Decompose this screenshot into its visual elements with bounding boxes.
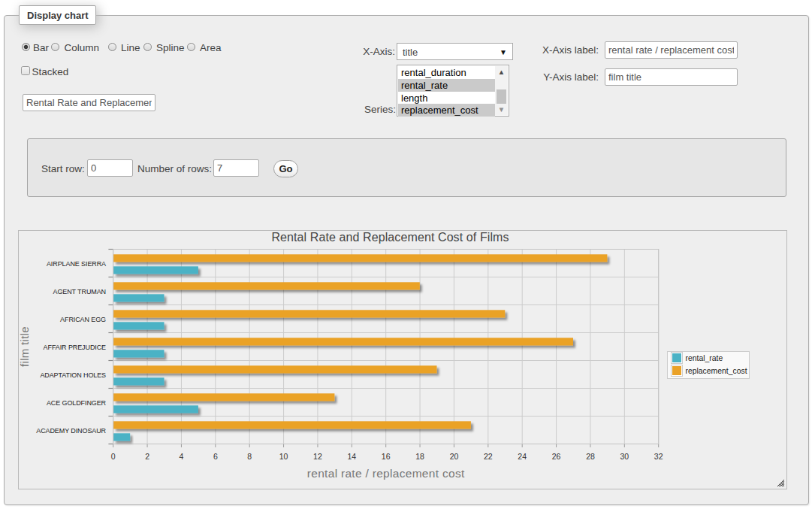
series-option-rental_duration[interactable]: rental_duration xyxy=(398,66,495,79)
scrollbar-thumb[interactable] xyxy=(497,89,506,105)
chart-type-label-area: Area xyxy=(200,42,222,53)
bar-replacement_cost xyxy=(113,421,471,429)
x-tick-label: 30 xyxy=(613,452,635,461)
x-axis-label-label: X-Axis label: xyxy=(524,44,599,56)
category-label: ACE GOLDFINGER xyxy=(19,399,106,407)
bar-replacement_cost xyxy=(113,254,607,262)
series-option-length[interactable]: length xyxy=(398,92,495,105)
x-tick-label: 0 xyxy=(102,452,125,461)
x-tick-label: 2 xyxy=(136,452,158,461)
y-axis-title: film title xyxy=(17,326,30,367)
x-tick-label: 24 xyxy=(511,452,533,461)
resize-handle-icon[interactable] xyxy=(777,480,784,486)
fieldset-legend: Display chart xyxy=(19,5,96,25)
legend-row: rental_rate xyxy=(671,352,747,365)
chart-type-radio-bar[interactable] xyxy=(22,43,30,51)
chart-title-input[interactable] xyxy=(23,94,155,111)
series-scrollbar[interactable]: ▲ ▼ xyxy=(495,66,508,115)
x-tick-label: 22 xyxy=(477,452,500,461)
scrollbar-up-arrow-icon[interactable]: ▲ xyxy=(495,66,508,77)
x-tick-label: 8 xyxy=(238,452,261,461)
stacked-label: Stacked xyxy=(32,66,69,77)
bar-replacement_cost xyxy=(113,365,436,373)
bar-replacement_cost xyxy=(113,393,334,401)
x-axis-label-input[interactable] xyxy=(605,41,738,59)
x-tick-label: 4 xyxy=(170,452,192,461)
category-label: ADAPTATION HOLES xyxy=(19,371,106,379)
bar-rental_rate xyxy=(113,433,130,441)
legend-row: replacement_cost xyxy=(671,365,747,377)
chart-type-radio-area[interactable] xyxy=(187,43,195,51)
x-tick-label: 10 xyxy=(273,452,295,461)
series-multiselect[interactable]: rental_durationrental_ratelengthreplacem… xyxy=(397,65,509,117)
chart-type-label-column: Column xyxy=(65,42,100,53)
x-tick-label: 26 xyxy=(545,452,568,461)
x-tick-label: 28 xyxy=(579,452,602,461)
bar-rental_rate xyxy=(113,405,198,413)
x-tick-label: 20 xyxy=(443,452,466,461)
x-axis-select-label: X-Axis: xyxy=(320,46,395,57)
chart-legend: rental_rate replacement_cost xyxy=(667,351,750,379)
y-axis-label-input[interactable] xyxy=(605,68,738,86)
x-axis-selected-value: title xyxy=(403,47,418,58)
go-button[interactable]: Go xyxy=(273,160,298,177)
page: Display chart BarColumnLineSplineArea St… xyxy=(0,0,812,512)
x-axis-select[interactable]: title ▼ xyxy=(397,43,513,60)
x-tick-label: 14 xyxy=(340,452,363,461)
num-rows-label: Number of rows: xyxy=(137,163,212,174)
start-row-input[interactable] xyxy=(87,159,133,177)
bar-rental_rate xyxy=(113,266,198,274)
stacked-checkbox[interactable] xyxy=(21,66,30,75)
legend-label: rental_rate xyxy=(686,354,723,362)
chart-type-radio-line[interactable] xyxy=(108,43,116,51)
series-option-replacement_cost[interactable]: replacement_cost xyxy=(398,104,495,117)
chart-type-label-bar: Bar xyxy=(33,42,49,53)
bar-rental_rate xyxy=(113,294,164,301)
category-label: AFRICAN EGG xyxy=(19,316,106,323)
x-tick-label: 32 xyxy=(647,452,670,461)
legend-swatch xyxy=(671,352,683,364)
category-label: AIRPLANE SIERRA xyxy=(19,260,106,268)
category-label: AGENT TRUMAN xyxy=(19,288,106,295)
chart-type-radio-spline[interactable] xyxy=(143,43,152,51)
scrollbar-down-arrow-icon[interactable]: ▼ xyxy=(495,104,508,115)
start-row-label: Start row: xyxy=(41,163,85,174)
series-option-rental_rate[interactable]: rental_rate xyxy=(398,79,495,92)
chart-type-label-line: Line xyxy=(121,42,140,53)
x-axis-title: rental rate / replacement cost xyxy=(273,467,499,480)
num-rows-input[interactable] xyxy=(213,159,259,177)
bar-rental_rate xyxy=(113,350,164,357)
select-dropdown-arrow-icon: ▼ xyxy=(500,48,507,56)
chart-type-label-spline: Spline xyxy=(156,42,185,53)
bar-replacement_cost xyxy=(113,338,573,345)
y-axis-label-label: Y-Axis label: xyxy=(524,71,599,83)
series-select-label: Series: xyxy=(321,104,396,115)
x-tick-label: 16 xyxy=(375,452,397,461)
bar-rental_rate xyxy=(113,322,164,329)
category-label: ACADEMY DINOSAUR xyxy=(19,427,106,435)
x-tick-label: 12 xyxy=(306,452,329,461)
series-options-list: rental_durationrental_ratelengthreplacem… xyxy=(398,66,495,117)
x-tick-label: 6 xyxy=(204,452,227,461)
bar-replacement_cost xyxy=(113,310,505,317)
legend-swatch xyxy=(671,365,683,377)
chart-title: Rental Rate and Replacement Cost of Film… xyxy=(19,231,762,244)
bar-replacement_cost xyxy=(113,282,420,289)
category-label: AFFAIR PREJUDICE xyxy=(19,344,106,351)
legend-label: replacement_cost xyxy=(686,367,747,375)
bar-rental_rate xyxy=(113,377,164,385)
chart-container: Rental Rate and Replacement Cost of Film… xyxy=(18,230,787,489)
x-tick-label: 18 xyxy=(409,452,431,461)
